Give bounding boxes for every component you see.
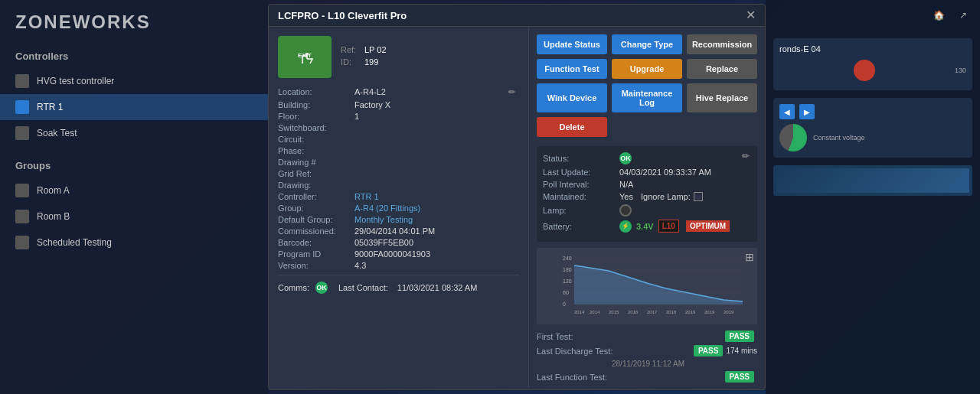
poll-interval-value: N/A [619, 180, 633, 189]
svg-text:240: 240 [563, 256, 572, 261]
modal-titlebar: LCFPRO - L10 Cleverfit Pro ✕ [269, 5, 765, 27]
mini-screen [773, 165, 972, 196]
modal-close-button[interactable]: ✕ [746, 9, 756, 21]
exit-icon[interactable]: ↗ [954, 6, 972, 24]
wink-device-button[interactable]: Wink Device [537, 83, 607, 112]
last-discharge-label: Last Discharge Test: [537, 347, 694, 356]
upgrade-button[interactable]: Upgrade [612, 59, 682, 79]
sidebar-item-label: Room A [37, 185, 70, 196]
version-value: 4.3 [354, 261, 519, 270]
drawing-num-label: Drawing # [278, 158, 354, 167]
edit-status-icon[interactable]: ✏ [742, 151, 753, 161]
version-row: Version: 4.3 [278, 261, 519, 270]
replace-button[interactable]: Replace [687, 59, 757, 79]
right-device-info: 130 [955, 67, 966, 74]
modal-body: EXIT Ref: LP 02 ID: 199 [269, 27, 765, 387]
right-panel: 🏠 ↗ ronds-E 04 130 ◀ ▶ Constant voltage [766, 0, 980, 394]
lamp-label: Lamp: [543, 206, 619, 215]
svg-text:2016: 2016 [628, 310, 639, 314]
last-update-label: Last Update: [543, 168, 619, 177]
pie-chart [779, 124, 807, 151]
function-test-button[interactable]: Function Test [537, 59, 607, 79]
group-icon [15, 184, 29, 197]
right-device-label: ronds-E 04 [779, 44, 966, 54]
nav-next-arrow[interactable]: ▶ [799, 104, 815, 119]
ignore-lamp-checkbox[interactable] [694, 192, 703, 201]
sidebar-item-scheduled-testing[interactable]: Scheduled Testing [0, 230, 268, 256]
controllers-section-title: Controllers [0, 44, 268, 68]
building-label: Building: [278, 100, 354, 109]
sidebar-item-label: Scheduled Testing [37, 237, 112, 248]
svg-text:60: 60 [563, 290, 569, 295]
last-contact-label: Last Contact: [338, 283, 388, 292]
drawing-row: Drawing: [278, 181, 519, 190]
grid-ref-label: Grid Ref: [278, 169, 354, 178]
sidebar-item-soak-test[interactable]: Soak Test [0, 120, 268, 146]
poll-interval-row: Poll Interval: N/A [543, 180, 751, 189]
sidebar-item-rtr1[interactable]: RTR 1 [0, 94, 268, 120]
modal-left-panel: EXIT Ref: LP 02 ID: 199 [269, 27, 529, 387]
barcode-row: Barcode: 05039FF5EB00 [278, 238, 519, 247]
default-group-row: Default Group: Monthly Testing [278, 215, 519, 224]
hive-replace-button[interactable]: Hive Replace [687, 83, 757, 112]
last-function-label: Last Function Test: [537, 373, 725, 382]
default-group-label: Default Group: [278, 215, 354, 224]
id-value: 199 [364, 57, 378, 67]
right-device-card-1: ronds-E 04 130 [773, 38, 972, 90]
right-device-card-2: ◀ ▶ Constant voltage [773, 98, 972, 158]
default-group-value[interactable]: Monthly Testing [354, 215, 519, 224]
edit-location-icon[interactable]: ✏ [508, 87, 519, 98]
last-discharge-badge: PASS [694, 345, 724, 357]
svg-text:2015: 2015 [609, 310, 619, 314]
home-icon[interactable]: 🏠 [929, 6, 948, 24]
chart-expand-icon[interactable]: ⊞ [745, 251, 754, 263]
last-discharge-row: Last Discharge Test: PASS 174 mins [537, 345, 757, 357]
svg-text:0: 0 [563, 301, 566, 307]
ref-label: Ref: [341, 45, 360, 54]
program-id-label: Program ID [278, 249, 354, 259]
status-section: ✏ Status: OK Last Update: 04/03/2021 09:… [537, 146, 757, 242]
phase-label: Phase: [278, 146, 354, 155]
last-function-row: Last Function Test: PASS [537, 371, 757, 383]
barcode-value: 05039FF5EB00 [354, 238, 519, 247]
version-label: Version: [278, 261, 354, 270]
action-buttons: Update Status Change Type Recommission F… [537, 34, 757, 137]
sidebar-item-room-b[interactable]: Room B [0, 204, 268, 230]
update-status-button[interactable]: Update Status [537, 34, 607, 54]
svg-text:2019: 2019 [685, 310, 696, 314]
sidebar-item-hvg-controller[interactable]: HVG test controller [0, 68, 268, 94]
id-label: ID: [341, 57, 360, 67]
switchboard-label: Switchboard: [278, 123, 354, 132]
drawing-num-row: Drawing # [278, 158, 519, 167]
comms-label: Comms: [278, 283, 309, 292]
test-results: First Test: PASS Last Discharge Test: PA… [537, 331, 757, 386]
group-icon [15, 210, 29, 223]
maintained-label: Maintained: [543, 192, 619, 201]
ignore-lamp-label: Ignore Lamp: [641, 192, 691, 201]
change-type-button[interactable]: Change Type [612, 34, 682, 54]
battery-voltage: 3.4V [636, 222, 654, 231]
last-discharge-date: 28/11/2019 11:12 AM [537, 360, 757, 368]
poll-interval-label: Poll Interval: [543, 180, 619, 189]
svg-text:2019: 2019 [724, 310, 734, 314]
maintenance-log-button[interactable]: Maintenance Log [612, 83, 682, 112]
device-ref-row: Ref: LP 02 [341, 45, 519, 54]
nav-prev-arrow[interactable]: ◀ [779, 104, 795, 119]
sidebar-item-room-a[interactable]: Room A [0, 177, 268, 204]
building-row: Building: Factory X [278, 100, 519, 109]
circuit-label: Circuit: [278, 135, 354, 144]
building-value: Factory X [354, 100, 519, 109]
controller-value[interactable]: RTR 1 [354, 192, 519, 201]
device-modal: LCFPRO - L10 Cleverfit Pro ✕ EXIT [268, 4, 766, 390]
group-row: Group: A-R4 (20 Fittings) [278, 204, 519, 213]
recommission-button[interactable]: Recommission [687, 34, 757, 54]
group-value[interactable]: A-R4 (20 Fittings) [354, 204, 519, 213]
app-logo: ZONEWORKS [0, 0, 268, 44]
program-id-value: 9000FA0000041903 [354, 249, 519, 259]
device-image: EXIT [278, 36, 332, 78]
svg-text:2018: 2018 [666, 310, 677, 314]
floor-label: Floor: [278, 112, 354, 121]
phase-row: Phase: [278, 146, 519, 155]
location-label: Location: [278, 87, 354, 96]
delete-button[interactable]: Delete [537, 117, 607, 137]
